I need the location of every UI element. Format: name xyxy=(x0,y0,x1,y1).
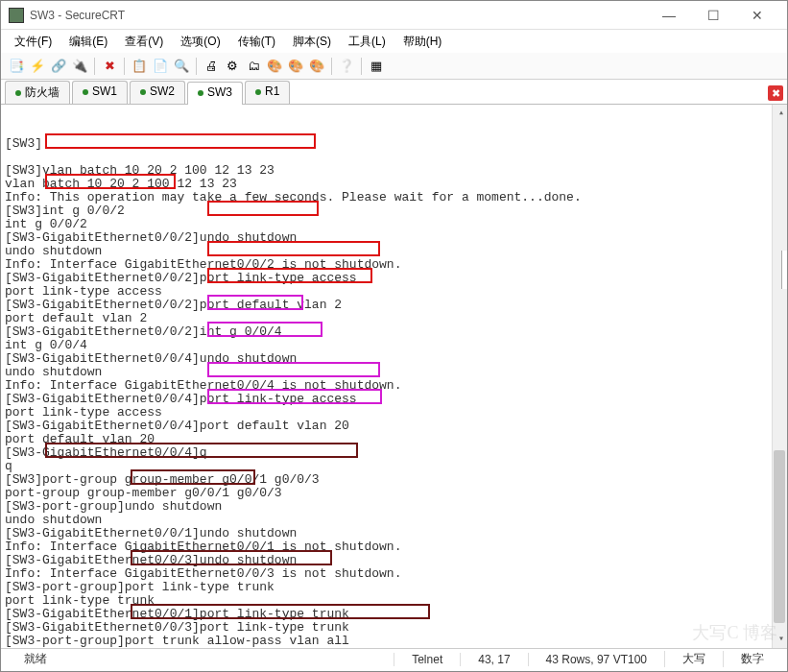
tab-bar: 防火墙SW1SW2SW3R1 ✖ xyxy=(1,80,787,105)
palette3-icon[interactable]: 🎨 xyxy=(307,57,326,76)
tab-防火墙[interactable]: 防火墙 xyxy=(5,81,70,104)
toolbar: 📑 ⚡ 🔗 🔌 ✖ 📋 📄 🔍 🖨 ⚙ 🗂 🎨 🎨 🎨 ❔ ▦ xyxy=(1,53,787,80)
properties-icon[interactable]: 🗂 xyxy=(244,57,263,76)
cancel-icon[interactable]: ✖ xyxy=(100,57,119,76)
status-ready: 就绪 xyxy=(7,651,122,667)
connected-indicator-icon xyxy=(255,89,261,95)
close-button[interactable]: ✕ xyxy=(735,2,779,29)
session-manager-icon[interactable]: 📑 xyxy=(7,57,26,76)
scrollbar[interactable]: ▴ ▾ xyxy=(772,105,787,648)
menu-help[interactable]: 帮助(H) xyxy=(395,32,450,52)
settings-icon[interactable]: ⚙ xyxy=(223,57,242,76)
find-icon[interactable]: 🔍 xyxy=(172,57,191,76)
window-title: SW3 - SecureCRT xyxy=(30,9,647,22)
help-icon[interactable]: ❔ xyxy=(337,57,356,76)
scroll-up-icon[interactable]: ▴ xyxy=(778,107,784,120)
app-icon xyxy=(9,8,24,23)
minimize-button[interactable]: — xyxy=(647,2,691,29)
menu-file[interactable]: 文件(F) xyxy=(7,32,60,52)
status-size: 43 Rows, 97 VT100 xyxy=(528,653,664,666)
status-num: 数字 xyxy=(723,651,781,667)
menu-options[interactable]: 选项(O) xyxy=(173,32,227,52)
status-protocol: Telnet xyxy=(394,653,460,666)
tab-sw1[interactable]: SW1 xyxy=(72,81,128,104)
separator-icon xyxy=(331,58,332,75)
menu-bar: 文件(F) 编辑(E) 查看(V) 选项(O) 传输(T) 脚本(S) 工具(L… xyxy=(1,30,787,53)
status-bar: 就绪 Telnet 43, 17 43 Rows, 97 VT100 大写 数字 xyxy=(1,648,787,669)
palette2-icon[interactable]: 🎨 xyxy=(286,57,305,76)
separator-icon xyxy=(94,58,95,75)
close-tab-icon[interactable]: ✖ xyxy=(768,85,783,101)
separator-icon xyxy=(124,58,125,75)
disconnect-icon[interactable]: 🔌 xyxy=(70,57,89,76)
copy-icon[interactable]: 📋 xyxy=(130,57,149,76)
options-icon[interactable]: ▦ xyxy=(367,57,386,76)
separator-icon xyxy=(196,58,197,75)
separator-icon xyxy=(361,58,362,75)
status-cursor: 43, 17 xyxy=(460,653,527,666)
tab-r1[interactable]: R1 xyxy=(245,81,290,104)
reconnect-icon[interactable]: 🔗 xyxy=(49,57,68,76)
print-icon[interactable]: 🖨 xyxy=(202,57,221,76)
connected-indicator-icon xyxy=(15,90,21,96)
terminal-output[interactable]: [SW3] [SW3]vlan batch 10 20 2 100 12 13 … xyxy=(1,105,787,648)
scrollbar-thumb[interactable] xyxy=(774,450,785,623)
connected-indicator-icon xyxy=(198,90,203,96)
menu-tools[interactable]: 工具(L) xyxy=(341,32,394,52)
tab-sw3[interactable]: SW3 xyxy=(187,82,243,105)
menu-edit[interactable]: 编辑(E) xyxy=(61,32,115,52)
paste-icon[interactable]: 📄 xyxy=(151,57,170,76)
connected-indicator-icon xyxy=(140,89,146,95)
tab-sw2[interactable]: SW2 xyxy=(130,81,185,104)
connected-indicator-icon xyxy=(83,89,88,95)
menu-transfer[interactable]: 传输(T) xyxy=(230,32,283,52)
maximize-button[interactable]: ☐ xyxy=(691,2,735,29)
quick-connect-icon[interactable]: ⚡ xyxy=(28,57,47,76)
status-caps: 大写 xyxy=(664,651,723,667)
side-artifact xyxy=(781,251,788,289)
scroll-down-icon[interactable]: ▾ xyxy=(778,633,784,646)
menu-view[interactable]: 查看(V) xyxy=(117,32,171,52)
title-bar: SW3 - SecureCRT — ☐ ✕ xyxy=(1,1,787,30)
menu-script[interactable]: 脚本(S) xyxy=(285,32,339,52)
palette-icon[interactable]: 🎨 xyxy=(265,57,284,76)
